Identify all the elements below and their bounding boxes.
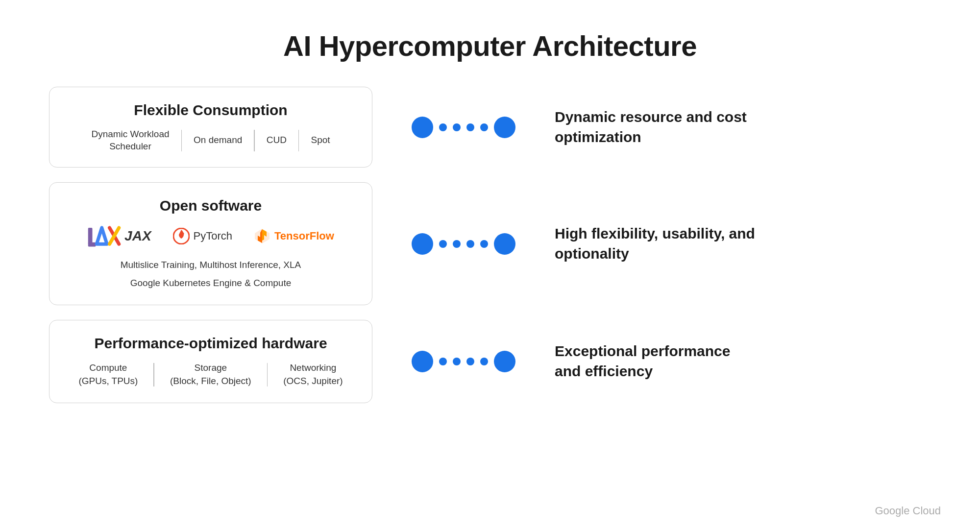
dot-small-4-row3 <box>480 358 488 365</box>
logo-tensorflow: TensorFlow <box>254 228 334 244</box>
dot-large-right-row3 <box>494 351 515 372</box>
tensorflow-icon <box>254 228 270 244</box>
connector-row2 <box>412 233 515 255</box>
row-open-software: Open software JAX <box>49 182 931 305</box>
svg-rect-1 <box>88 242 96 247</box>
hardware-item-storage: Storage(Block, File, Object) <box>154 362 267 387</box>
connector-row3 <box>412 351 515 372</box>
row-hardware: Performance-optimized hardware Compute(G… <box>49 320 931 403</box>
logos-row: JAX PyTorch <box>69 224 352 248</box>
consumption-item-spot: Spot <box>299 134 330 146</box>
card-title-open-software: Open software <box>69 197 352 214</box>
pytorch-icon <box>173 228 190 244</box>
content-area: Flexible Consumption Dynamic WorkloadSch… <box>0 87 980 403</box>
dot-large-left-row3 <box>412 351 433 372</box>
card-title-flexible-consumption: Flexible Consumption <box>69 102 352 119</box>
logo-jax: JAX <box>87 224 151 248</box>
dot-small-1-row1 <box>439 123 447 131</box>
hardware-item-networking: Networking(OCS, Jupiter) <box>268 362 343 387</box>
tensorflow-label: TensorFlow <box>274 230 334 242</box>
open-software-sub1: Multislice Training, Multihost Inference… <box>69 258 352 272</box>
page-title: AI Hypercomputer Architecture <box>0 0 980 87</box>
google-cloud-watermark: Google Cloud <box>875 505 941 517</box>
dot-small-1-row2 <box>439 240 447 248</box>
card-title-hardware: Performance-optimized hardware <box>69 335 352 352</box>
hardware-items: Compute(GPUs, TPUs) Storage(Block, File,… <box>69 362 352 387</box>
svg-rect-0 <box>88 228 93 244</box>
svg-point-6 <box>181 233 184 235</box>
description-row3: Exceptional performance and efficiency <box>555 341 760 381</box>
dot-small-1-row3 <box>439 358 447 365</box>
consumption-item-cud: CUD <box>255 134 298 146</box>
hardware-item-compute: Compute(GPUs, TPUs) <box>78 362 153 387</box>
dot-large-right-row1 <box>494 117 515 138</box>
pytorch-label: PyTorch <box>194 230 232 242</box>
connector-row1 <box>412 117 515 138</box>
open-software-sub2: Google Kubernetes Engine & Compute <box>69 276 352 290</box>
card-open-software: Open software JAX <box>49 182 372 305</box>
row-flexible-consumption: Flexible Consumption Dynamic WorkloadSch… <box>49 87 931 168</box>
consumption-item-scheduler: Dynamic WorkloadScheduler <box>91 128 181 152</box>
consumption-items: Dynamic WorkloadScheduler On demand CUD … <box>69 128 352 152</box>
dot-large-left-row2 <box>412 233 433 255</box>
dot-small-3-row3 <box>466 358 474 365</box>
description-row1: Dynamic resource and cost optimization <box>555 107 760 147</box>
dot-small-2-row1 <box>453 123 461 131</box>
jax-icon <box>87 224 122 248</box>
dot-small-2-row2 <box>453 240 461 248</box>
svg-marker-2 <box>97 228 107 244</box>
dot-large-left-row1 <box>412 117 433 138</box>
card-flexible-consumption: Flexible Consumption Dynamic WorkloadSch… <box>49 87 372 168</box>
dot-small-3-row2 <box>466 240 474 248</box>
card-hardware: Performance-optimized hardware Compute(G… <box>49 320 372 403</box>
dot-small-2-row3 <box>453 358 461 365</box>
description-row2: High flexibility, usability, and optiona… <box>555 224 760 264</box>
dot-small-4-row1 <box>480 123 488 131</box>
jax-label: JAX <box>124 228 151 244</box>
consumption-item-ondemand: On demand <box>182 134 254 146</box>
dot-small-3-row1 <box>466 123 474 131</box>
dot-large-right-row2 <box>494 233 515 255</box>
dot-small-4-row2 <box>480 240 488 248</box>
logo-pytorch: PyTorch <box>173 228 232 244</box>
